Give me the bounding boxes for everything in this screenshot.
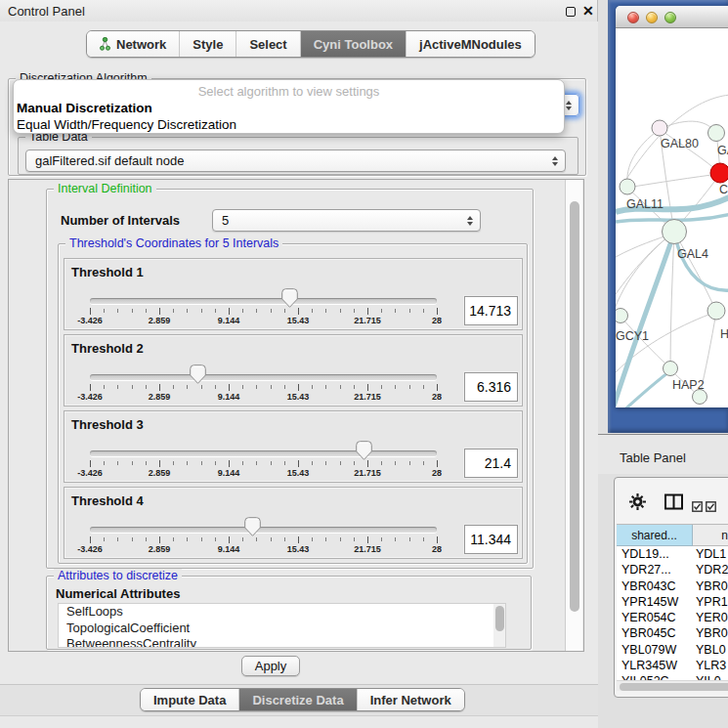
tab-jactivemnodules[interactable]: jActiveMNodules [406,31,535,57]
columns-icon[interactable] [664,493,683,514]
table-row[interactable]: YIL052CYIL0 [617,673,728,680]
slider-tick [284,461,285,465]
threshold-slider-track[interactable] [90,527,437,533]
network-node-gal11[interactable] [620,179,635,194]
thresholds-group: Threshold's Coordinates for 5 Intervals … [58,243,528,564]
threshold-value-field[interactable]: 6.316 [464,372,518,402]
threshold-value-field[interactable]: 11.344 [464,525,518,554]
column-header-shared[interactable]: shared... [617,525,693,546]
spinner-arrows-icon [467,216,473,226]
slider-tick [90,384,91,391]
cell-name: YBR0 [693,625,728,641]
tab-infer-network[interactable]: Infer Network [357,689,464,710]
tab-style[interactable]: Style [179,31,236,57]
bottom-tab-strip: Impute DataDiscretize DataInfer Network [140,688,465,711]
network-node-gal4[interactable] [663,220,687,244]
column-header-name[interactable]: n [693,525,728,546]
network-node[interactable] [693,390,707,405]
network-node-label: C [719,183,728,196]
slider-tick-label: 2.859 [149,392,171,402]
checkbox-icon[interactable] [692,498,703,516]
number-of-intervals-select[interactable]: 5 [212,209,481,232]
slider-tick [201,461,202,465]
tab-impute-data[interactable]: Impute Data [141,689,238,710]
slider-tick-label: 15.43 [287,544,310,554]
slider-tick [367,460,368,467]
table-row[interactable]: YPR145WYPR1 [617,594,728,610]
network-node-gal80[interactable] [652,120,667,136]
settings-scrollbar-thumb[interactable] [570,201,579,612]
network-node-gcy1[interactable] [616,309,628,323]
slider-tick [354,461,355,465]
attributes-scrollbar[interactable] [493,604,505,647]
slider-tick [423,537,424,541]
attribute-item[interactable]: BetweennessCentrality [59,636,505,648]
gear-icon[interactable] [629,493,646,514]
threshold-slider-track[interactable] [90,374,437,380]
algorithm-prompt: Select algorithm to view settings [14,84,564,99]
table-row[interactable]: YLR345WYLR3 [617,658,728,673]
threshold-value-field[interactable]: 14.713 [464,296,518,325]
network-node-ga[interactable] [708,125,725,142]
threshold-slider-thumb[interactable] [281,288,298,308]
slider-tick [395,537,396,541]
table-data-group: Table Data galFiltered.sif default node [18,137,578,175]
numerical-attributes-list[interactable]: SelfLoopsTopologicalCoefficientBetweenne… [58,603,506,648]
slider-tick [159,460,160,467]
threshold-value-field[interactable]: 21.4 [464,449,518,478]
slider-tick [298,308,299,315]
slider-tick [173,461,174,465]
network-node-hap2[interactable] [664,362,678,376]
threshold-slider-thumb[interactable] [356,441,372,460]
slider-tick [187,309,188,313]
slider-tick-label: 9.144 [218,392,240,402]
attributes-scrollbar-thumb[interactable] [495,606,504,631]
close-traffic-light-icon[interactable] [627,12,639,23]
table-row[interactable]: YBL079WYBL0 [617,642,728,658]
slider-tick-label: 15.43 [287,392,310,402]
slider-tick [271,537,272,541]
table-row[interactable]: YBR045CYBR0 [617,625,728,641]
slider-tick [242,537,243,541]
threshold-slider-thumb[interactable] [190,364,206,384]
attribute-item[interactable]: SelfLoops [59,604,505,621]
close-icon[interactable]: ✕ [582,3,594,19]
cell-name: YER0 [693,610,728,625]
cell-shared-name: YBR045C [617,625,693,641]
threshold-slider-track[interactable] [90,298,437,304]
tab-network[interactable]: Network [87,31,179,57]
table-data-select[interactable]: galFiltered.sif default node [25,150,566,172]
slider-tick [298,460,299,467]
table-rows: YDL19...YDL1YDR27...YDR2YBR043CYBR0YPR14… [617,546,728,680]
threshold-slider-thumb[interactable] [244,517,261,536]
checkbox-icon[interactable] [706,498,716,516]
apply-button[interactable]: Apply [241,656,300,676]
table-row[interactable]: YDR27...YDR2 [617,562,728,578]
control-panel-title: Control Panel [8,4,85,19]
table-row[interactable]: YBR043CYBR0 [617,578,728,594]
network-node-c[interactable] [710,163,728,183]
network-node-h[interactable] [707,302,725,320]
slider-tick [325,537,326,541]
table-row[interactable]: YER054CYER0 [617,610,728,625]
table-row[interactable]: YDL19...YDL1 [617,546,728,562]
zoom-traffic-light-icon[interactable] [664,12,676,23]
table-scrollbar-thumb[interactable] [620,683,728,691]
attribute-item[interactable]: TopologicalCoefficient [59,621,505,637]
network-graph: GAL80GACGAL11GAL4HGCY1HAP2 [616,29,728,407]
tab-label: Cyni Toolbox [314,37,393,52]
algorithm-option-manual[interactable]: Manual Discretization [17,101,152,115]
settings-vertical-scrollbar[interactable] [565,180,582,651]
tab-discretize-data[interactable]: Discretize Data [238,689,356,710]
table-horizontal-scrollbar[interactable] [617,680,728,691]
minimize-traffic-light-icon[interactable] [646,12,658,23]
algorithm-option-equal-width[interactable]: Equal Width/Frequency Discretization [17,117,236,132]
float-window-icon[interactable] [566,7,576,17]
settings-scroll-panel: Interval Definition Number of Intervals … [8,179,584,652]
slider-tick [187,461,188,465]
tab-select[interactable]: Select [236,31,299,57]
network-canvas[interactable]: GAL80GACGAL11GAL4HGCY1HAP2 [616,29,728,407]
slider-tick [242,309,243,313]
tab-cyni-toolbox[interactable]: Cyni Toolbox [300,31,406,57]
threshold-slider-track[interactable] [90,450,437,456]
